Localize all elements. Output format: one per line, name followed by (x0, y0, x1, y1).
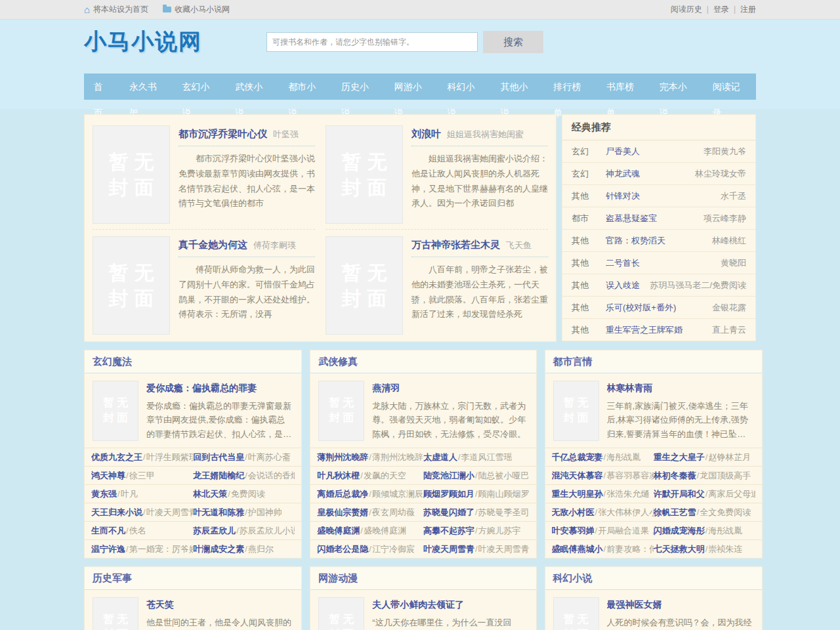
section-wuxia: 武侠修真 暂无封面 燕清羽 龙脉大陆，万族林立，宗门无数，武者为尊。强者毁天灭地… (310, 350, 536, 558)
book-title-link[interactable]: 林寒林青雨 (607, 383, 754, 394)
bookmark-site-link[interactable]: 收藏小马小说网 (163, 4, 230, 15)
book-title-link[interactable]: 苏晓曼闪婚了 (423, 507, 474, 518)
book-title-link[interactable]: 太虚道人 (423, 452, 457, 463)
book-title-link[interactable]: 七天拯救大明 (654, 543, 705, 555)
book-title-link[interactable]: 林初冬秦薇 (654, 470, 696, 481)
site-logo[interactable]: 小马小说网 (84, 27, 266, 57)
book-title-link[interactable]: 黄东强 (91, 488, 117, 499)
book-title-link[interactable]: 盗墓悬疑鉴宝 (606, 213, 700, 224)
book-title-link[interactable]: 苏辰孟欣儿 (193, 525, 236, 536)
book-cover-placeholder[interactable]: 暂无封面 (553, 597, 599, 630)
book-title-link[interactable]: 温宁许逸 (91, 543, 125, 555)
book-title-link[interactable]: 闪婚成宠海彤 (654, 525, 705, 536)
book-title-link[interactable]: 爱你成瘾：偏执霸总的罪妻 (146, 383, 293, 394)
book-title-link[interactable]: 盛眠傅燕城小 (552, 543, 603, 555)
book-title-link[interactable]: 夫人带小鲜肉去领证了 (372, 599, 528, 611)
book-title-link[interactable]: 顾烟罗顾如月 (423, 488, 474, 499)
book-title-link[interactable]: 薄荆州沈晚辞 (317, 452, 368, 463)
book-title-link[interactable]: 重生大明皇孙 (552, 488, 603, 499)
section-title[interactable]: 科幻小说 (545, 567, 762, 590)
book-title-link[interactable]: 叶安慕羽婵 (552, 525, 595, 536)
book-title-link[interactable]: 最强神医女婿 (607, 599, 754, 611)
book-title-link[interactable]: 尸香美人 (606, 146, 700, 158)
book-list-row: 叶凡秋沐橙发飙的天空 陆竞池江澜小陆总被小哑巴 (310, 466, 536, 484)
book-list-row: 盛眠傅燕城小前妻攻略：傅 七天拯救大明崇祯朱连 (545, 539, 762, 558)
book-list-row: 优质九玄之王叶浮生顾紫琪 回到古代当皇叶离苏心斋 (85, 448, 301, 466)
book-title-link[interactable]: 混沌天体慕容 (552, 470, 603, 481)
search-input[interactable] (266, 32, 478, 52)
book-title-link[interactable]: 重生军营之王牌军婚 (606, 324, 708, 336)
book-title-link[interactable]: 徐帆王艺雪 (654, 507, 696, 518)
book-title-link[interactable]: 乐可(校对版+番外) (606, 302, 708, 314)
book-category: 其他 (572, 190, 606, 202)
book-title-link[interactable]: 二号首长 (606, 257, 717, 269)
section-featured-book: 暂无封面 燕清羽 龙脉大陆，万族林立，宗门无数，武者为尊。强者毁天灭地，弱者匍匐… (310, 373, 536, 448)
book-author: 免费阅读 (227, 488, 265, 499)
book-author: 金银花露 (712, 302, 746, 314)
no-cover-text: 封面 (342, 285, 393, 311)
search-button[interactable]: 搜索 (483, 31, 543, 53)
book-author: 海彤战胤 (705, 525, 743, 536)
book-cover-placeholder[interactable]: 暂无封面 (318, 597, 364, 630)
book-title-link[interactable]: 重生之大皇子 (654, 452, 705, 463)
book-title-link[interactable]: 都市沉浮乔梁叶心仪 (178, 128, 267, 139)
book-title-link[interactable]: 回到古代当皇 (193, 452, 244, 463)
section-title[interactable]: 玄幻魔法 (85, 350, 301, 373)
book-title-link[interactable]: 叶澜成安之素 (193, 543, 244, 555)
section-title[interactable]: 武侠修真 (310, 350, 536, 373)
book-cover-placeholder[interactable]: 暂无封面 (93, 381, 138, 441)
book-description: 爱你成瘾：偏执霸总的罪妻无弹窗最新章节由网友提供,爱你成瘾：偏执霸总的罪妻情节跌… (146, 399, 293, 441)
book-cover-placeholder[interactable]: 暂无封面 (93, 597, 138, 630)
book-title-link[interactable]: 许默开局和父 (654, 488, 705, 499)
book-list-row: 温宁许逸第一婚宠：厉爷娇 叶澜成安之素燕归尔 (85, 539, 301, 558)
book-title-link[interactable]: 龙王婿陆榆纪 (193, 470, 244, 481)
book-title-link[interactable]: 真千金她为何这 (178, 239, 247, 250)
book-cover-placeholder[interactable]: 暂无封面 (553, 381, 599, 441)
top-utility-bar: ⌂将本站设为首页 收藏小马小说网 阅读历史 登录 注册 (0, 0, 840, 20)
book-cover-placeholder[interactable]: 暂无封面 (93, 125, 170, 224)
book-title-link[interactable]: 无敌小村医 (552, 507, 595, 518)
section-featured-book: 暂无封面 林寒林青雨 三年前,家族满门被灭,侥幸逃生；三年后,林寒习得诸位师傅的… (545, 373, 762, 448)
no-cover-text: 暂无 (103, 612, 131, 627)
book-title-link[interactable]: 万古神帝张若尘木灵 (411, 239, 500, 250)
book-title-link[interactable]: 千亿总裁宠妻 (552, 452, 603, 463)
section-title[interactable]: 网游动漫 (310, 567, 536, 590)
book-title-link[interactable]: 误入歧途 (606, 280, 646, 291)
book-author: 苏辰孟欣儿小说 (236, 525, 295, 536)
book-title-link[interactable]: 盛晚傅庭渊 (317, 525, 360, 536)
section-title[interactable]: 历史军事 (85, 567, 301, 590)
book-title-link[interactable]: 高攀不起苏宇 (423, 525, 474, 536)
book-author: 海彤战胤 (603, 452, 641, 463)
book-list-row: 薄荆州沈晚辞薄荆州沈晚辞 太虚道人李道风江雪瑶 (310, 448, 536, 466)
book-title-link[interactable]: 苍天笑 (146, 599, 293, 611)
book-title-link[interactable]: 优质九玄之王 (91, 452, 142, 463)
book-cover-placeholder[interactable]: 暂无封面 (326, 236, 403, 335)
book-title-link[interactable]: 鸿天神尊 (91, 470, 125, 481)
book-title-link[interactable]: 生而不凡 (91, 525, 125, 536)
register-link[interactable]: 注册 (729, 4, 756, 15)
book-title-link[interactable]: 林北天策 (193, 488, 227, 499)
book-title-link[interactable]: 离婚后总裁净 (317, 488, 368, 499)
book-title-link[interactable]: 针锋对决 (606, 190, 717, 202)
book-title-link[interactable]: 官路：权势滔天 (606, 235, 708, 247)
reading-history-link[interactable]: 阅读历史 (671, 4, 702, 15)
section-title[interactable]: 都市言情 (545, 350, 762, 373)
book-title-link[interactable]: 叶凡秋沐橙 (317, 470, 360, 481)
book-title-link[interactable]: 皇极仙宗赘婿 (317, 507, 368, 518)
set-homepage-link[interactable]: ⌂将本站设为首页 (84, 4, 148, 15)
book-author: 叶凌天周雪青 (142, 507, 193, 518)
book-title-link[interactable]: 陆竞池江澜小 (423, 470, 474, 481)
book-cover-placeholder[interactable]: 暂无封面 (326, 125, 403, 224)
book-title-link[interactable]: 叶凌天周雪青 (423, 543, 474, 555)
book-category: 其他 (572, 235, 606, 247)
login-link[interactable]: 登录 (702, 4, 729, 15)
home-icon: ⌂ (84, 5, 90, 14)
book-cover-placeholder[interactable]: 暂无封面 (318, 381, 364, 441)
book-title-link[interactable]: 神龙武魂 (606, 168, 691, 180)
book-title-link[interactable]: 燕清羽 (372, 383, 528, 394)
book-title-link[interactable]: 叶无道和陈雅 (193, 507, 244, 518)
book-title-link[interactable]: 天王归来小说 (91, 507, 142, 518)
book-cover-placeholder[interactable]: 暂无封面 (93, 236, 170, 335)
book-title-link[interactable]: 刘浪叶 (411, 128, 441, 139)
book-title-link[interactable]: 闪婚老公是隐 (317, 543, 368, 555)
